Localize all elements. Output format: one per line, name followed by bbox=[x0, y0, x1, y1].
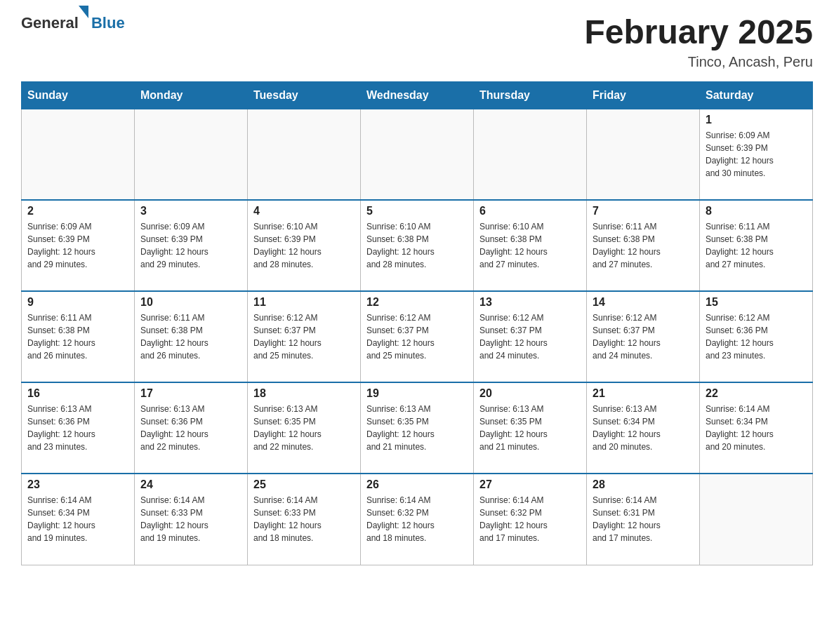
day-number: 24 bbox=[140, 478, 241, 491]
calendar-cell: 6Sunrise: 6:10 AM Sunset: 6:38 PM Daylig… bbox=[474, 200, 587, 291]
calendar-cell: 19Sunrise: 6:13 AM Sunset: 6:35 PM Dayli… bbox=[361, 382, 474, 474]
col-monday: Monday bbox=[135, 81, 248, 109]
calendar-cell: 9Sunrise: 6:11 AM Sunset: 6:38 PM Daylig… bbox=[22, 291, 135, 382]
day-info: Sunrise: 6:10 AM Sunset: 6:39 PM Dayligh… bbox=[253, 220, 355, 271]
day-info: Sunrise: 6:13 AM Sunset: 6:35 PM Dayligh… bbox=[366, 403, 468, 453]
calendar-cell: 4Sunrise: 6:10 AM Sunset: 6:39 PM Daylig… bbox=[248, 200, 361, 291]
day-info: Sunrise: 6:13 AM Sunset: 6:34 PM Dayligh… bbox=[593, 403, 694, 453]
day-info: Sunrise: 6:12 AM Sunset: 6:37 PM Dayligh… bbox=[593, 311, 694, 362]
col-wednesday: Wednesday bbox=[361, 81, 474, 109]
day-info: Sunrise: 6:11 AM Sunset: 6:38 PM Dayligh… bbox=[706, 220, 807, 271]
calendar-cell: 16Sunrise: 6:13 AM Sunset: 6:36 PM Dayli… bbox=[22, 382, 135, 474]
calendar-cell: 17Sunrise: 6:13 AM Sunset: 6:36 PM Dayli… bbox=[135, 382, 248, 474]
calendar-cell: 8Sunrise: 6:11 AM Sunset: 6:38 PM Daylig… bbox=[700, 200, 813, 291]
day-info: Sunrise: 6:12 AM Sunset: 6:37 PM Dayligh… bbox=[479, 311, 581, 362]
calendar-cell: 21Sunrise: 6:13 AM Sunset: 6:34 PM Dayli… bbox=[587, 382, 700, 474]
calendar-cell: 3Sunrise: 6:09 AM Sunset: 6:39 PM Daylig… bbox=[135, 200, 248, 291]
col-thursday: Thursday bbox=[474, 81, 587, 109]
header-row: Sunday Monday Tuesday Wednesday Thursday… bbox=[22, 81, 813, 109]
day-number: 8 bbox=[706, 205, 807, 217]
day-info: Sunrise: 6:10 AM Sunset: 6:38 PM Dayligh… bbox=[479, 220, 581, 271]
day-number: 9 bbox=[27, 296, 128, 309]
calendar-cell: 7Sunrise: 6:11 AM Sunset: 6:38 PM Daylig… bbox=[587, 200, 700, 291]
day-number: 5 bbox=[366, 205, 468, 217]
calendar-cell bbox=[587, 109, 700, 200]
calendar-cell bbox=[135, 109, 248, 200]
day-info: Sunrise: 6:14 AM Sunset: 6:31 PM Dayligh… bbox=[593, 494, 694, 544]
calendar-cell: 1Sunrise: 6:09 AM Sunset: 6:39 PM Daylig… bbox=[700, 109, 813, 200]
day-info: Sunrise: 6:14 AM Sunset: 6:33 PM Dayligh… bbox=[140, 494, 241, 544]
day-number: 20 bbox=[479, 387, 581, 400]
col-friday: Friday bbox=[587, 81, 700, 109]
day-number: 22 bbox=[706, 387, 807, 400]
col-saturday: Saturday bbox=[700, 81, 813, 109]
day-number: 21 bbox=[593, 387, 694, 400]
calendar-cell bbox=[361, 109, 474, 200]
calendar-cell: 15Sunrise: 6:12 AM Sunset: 6:36 PM Dayli… bbox=[700, 291, 813, 382]
day-info: Sunrise: 6:11 AM Sunset: 6:38 PM Dayligh… bbox=[593, 220, 694, 271]
day-number: 19 bbox=[366, 387, 468, 400]
day-info: Sunrise: 6:09 AM Sunset: 6:39 PM Dayligh… bbox=[706, 129, 807, 180]
day-number: 2 bbox=[27, 205, 128, 217]
calendar-cell: 13Sunrise: 6:12 AM Sunset: 6:37 PM Dayli… bbox=[474, 291, 587, 382]
day-info: Sunrise: 6:14 AM Sunset: 6:32 PM Dayligh… bbox=[366, 494, 468, 544]
calendar-cell: 20Sunrise: 6:13 AM Sunset: 6:35 PM Dayli… bbox=[474, 382, 587, 474]
day-info: Sunrise: 6:14 AM Sunset: 6:34 PM Dayligh… bbox=[27, 494, 128, 544]
day-info: Sunrise: 6:11 AM Sunset: 6:38 PM Dayligh… bbox=[27, 311, 128, 362]
calendar-cell: 11Sunrise: 6:12 AM Sunset: 6:37 PM Dayli… bbox=[248, 291, 361, 382]
calendar-cell bbox=[22, 109, 135, 200]
day-number: 6 bbox=[479, 205, 581, 217]
day-number: 17 bbox=[140, 387, 241, 400]
col-tuesday: Tuesday bbox=[248, 81, 361, 109]
calendar-week-row: 16Sunrise: 6:13 AM Sunset: 6:36 PM Dayli… bbox=[22, 382, 813, 474]
calendar-table: Sunday Monday Tuesday Wednesday Thursday… bbox=[21, 81, 813, 565]
day-number: 1 bbox=[706, 114, 807, 126]
day-info: Sunrise: 6:13 AM Sunset: 6:36 PM Dayligh… bbox=[27, 403, 128, 453]
calendar-cell bbox=[474, 109, 587, 200]
day-info: Sunrise: 6:13 AM Sunset: 6:35 PM Dayligh… bbox=[253, 403, 355, 453]
calendar-cell: 18Sunrise: 6:13 AM Sunset: 6:35 PM Dayli… bbox=[248, 382, 361, 474]
day-number: 13 bbox=[479, 296, 581, 309]
day-info: Sunrise: 6:13 AM Sunset: 6:36 PM Dayligh… bbox=[140, 403, 241, 453]
logo-blue-text: Blue bbox=[91, 14, 125, 32]
day-number: 26 bbox=[366, 478, 468, 491]
day-number: 16 bbox=[27, 387, 128, 400]
calendar-week-row: 9Sunrise: 6:11 AM Sunset: 6:38 PM Daylig… bbox=[22, 291, 813, 382]
calendar-cell: 24Sunrise: 6:14 AM Sunset: 6:33 PM Dayli… bbox=[135, 474, 248, 565]
day-info: Sunrise: 6:12 AM Sunset: 6:37 PM Dayligh… bbox=[366, 311, 468, 362]
logo-blue: Blue bbox=[91, 14, 125, 32]
calendar-header: Sunday Monday Tuesday Wednesday Thursday… bbox=[22, 81, 813, 109]
logo-general: General bbox=[21, 14, 79, 32]
title-block: February 2025 Tinco, Ancash, Peru bbox=[584, 14, 813, 70]
calendar-cell: 25Sunrise: 6:14 AM Sunset: 6:33 PM Dayli… bbox=[248, 474, 361, 565]
calendar-week-row: 2Sunrise: 6:09 AM Sunset: 6:39 PM Daylig… bbox=[22, 200, 813, 291]
col-sunday: Sunday bbox=[22, 81, 135, 109]
calendar-cell: 22Sunrise: 6:14 AM Sunset: 6:34 PM Dayli… bbox=[700, 382, 813, 474]
calendar-cell: 2Sunrise: 6:09 AM Sunset: 6:39 PM Daylig… bbox=[22, 200, 135, 291]
calendar-subtitle: Tinco, Ancash, Peru bbox=[584, 54, 813, 70]
day-info: Sunrise: 6:14 AM Sunset: 6:34 PM Dayligh… bbox=[706, 403, 807, 453]
day-number: 27 bbox=[479, 478, 581, 491]
day-info: Sunrise: 6:09 AM Sunset: 6:39 PM Dayligh… bbox=[27, 220, 128, 271]
day-info: Sunrise: 6:14 AM Sunset: 6:32 PM Dayligh… bbox=[479, 494, 581, 544]
day-number: 23 bbox=[27, 478, 128, 491]
logo: General Blue bbox=[21, 14, 125, 32]
day-info: Sunrise: 6:13 AM Sunset: 6:35 PM Dayligh… bbox=[479, 403, 581, 453]
day-info: Sunrise: 6:12 AM Sunset: 6:37 PM Dayligh… bbox=[253, 311, 355, 362]
day-number: 4 bbox=[253, 205, 355, 217]
calendar-cell: 14Sunrise: 6:12 AM Sunset: 6:37 PM Dayli… bbox=[587, 291, 700, 382]
day-number: 10 bbox=[140, 296, 241, 309]
calendar-cell: 12Sunrise: 6:12 AM Sunset: 6:37 PM Dayli… bbox=[361, 291, 474, 382]
day-number: 15 bbox=[706, 296, 807, 309]
logo-general-text: General bbox=[21, 14, 88, 32]
calendar-cell: 27Sunrise: 6:14 AM Sunset: 6:32 PM Dayli… bbox=[474, 474, 587, 565]
day-number: 7 bbox=[593, 205, 694, 217]
calendar-week-row: 1Sunrise: 6:09 AM Sunset: 6:39 PM Daylig… bbox=[22, 109, 813, 200]
day-number: 3 bbox=[140, 205, 241, 217]
calendar-week-row: 23Sunrise: 6:14 AM Sunset: 6:34 PM Dayli… bbox=[22, 474, 813, 565]
calendar-cell: 28Sunrise: 6:14 AM Sunset: 6:31 PM Dayli… bbox=[587, 474, 700, 565]
calendar-cell bbox=[700, 474, 813, 565]
day-info: Sunrise: 6:12 AM Sunset: 6:36 PM Dayligh… bbox=[706, 311, 807, 362]
day-info: Sunrise: 6:09 AM Sunset: 6:39 PM Dayligh… bbox=[140, 220, 241, 271]
day-number: 18 bbox=[253, 387, 355, 400]
